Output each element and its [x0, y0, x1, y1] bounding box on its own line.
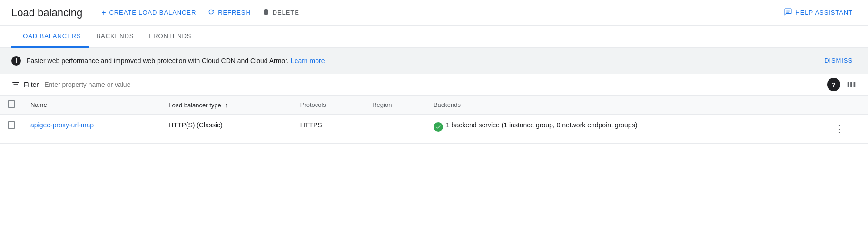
page-title: Load balancing: [11, 7, 82, 19]
sort-arrow-icon: ↑: [225, 101, 228, 109]
header-region: Region: [365, 96, 426, 115]
header-checkbox-col: [0, 96, 23, 115]
dismiss-button[interactable]: DISMISS: [820, 54, 857, 67]
tab-frontends[interactable]: FRONTENDS: [141, 26, 199, 48]
tabs-bar: LOAD BALANCERS BACKENDS FRONTENDS: [0, 26, 868, 48]
backend-status: 1 backend service (1 instance group, 0 n…: [434, 121, 803, 132]
header-type[interactable]: Load balancer type ↑: [161, 96, 292, 115]
help-assistant-button[interactable]: HELP ASSISTANT: [780, 5, 857, 20]
select-all-checkbox[interactable]: [8, 100, 15, 108]
info-icon: i: [11, 56, 21, 66]
tab-load-balancers[interactable]: LOAD BALANCERS: [11, 26, 89, 48]
table-container: Name Load balancer type ↑ Protocols Regi…: [0, 96, 868, 144]
learn-more-link[interactable]: Learn more: [291, 57, 325, 65]
backend-status-icon: [434, 122, 443, 132]
filter-bar: Filter ?: [0, 74, 868, 96]
row-more-button[interactable]: ⋮: [819, 121, 860, 136]
delete-icon: [262, 8, 270, 17]
help-assistant-icon: [784, 8, 792, 18]
filter-icon: [11, 80, 20, 90]
delete-button[interactable]: DELETE: [258, 5, 303, 20]
tab-backends[interactable]: BACKENDS: [89, 26, 142, 48]
header-actions: + CREATE LOAD BALANCER REFRESH DELETE: [98, 5, 303, 20]
create-load-balancer-button[interactable]: + CREATE LOAD BALANCER: [98, 6, 200, 20]
filter-input[interactable]: [42, 78, 823, 91]
row-checkbox-cell: [0, 115, 23, 144]
header-protocols: Protocols: [293, 96, 365, 115]
header-backends: Backends: [426, 96, 811, 115]
refresh-button[interactable]: REFRESH: [204, 5, 255, 20]
row-more-actions-cell: ⋮: [811, 115, 868, 144]
row-type-cell: HTTP(S) (Classic): [161, 115, 292, 144]
plus-icon: +: [101, 9, 106, 17]
row-name-cell: apigee-proxy-url-map: [23, 115, 161, 144]
load-balancers-table: Name Load balancer type ↑ Protocols Regi…: [0, 96, 868, 144]
row-backends-cell: 1 backend service (1 instance group, 0 n…: [426, 115, 811, 144]
refresh-icon: [207, 8, 215, 17]
header-name: Name: [23, 96, 161, 115]
columns-toggle-icon[interactable]: [846, 79, 857, 90]
header-actions-col: [811, 96, 868, 115]
load-balancer-name-link[interactable]: apigee-proxy-url-map: [30, 121, 94, 129]
row-checkbox[interactable]: [8, 121, 15, 129]
filter-icon-wrapper: Filter: [11, 80, 39, 90]
filter-actions: ?: [827, 78, 857, 91]
table-row: apigee-proxy-url-map HTTP(S) (Classic) H…: [0, 115, 868, 144]
row-protocols-cell: HTTPS: [293, 115, 365, 144]
info-banner: i Faster web performance and improved we…: [0, 48, 868, 74]
page-header: Load balancing + CREATE LOAD BALANCER RE…: [0, 0, 868, 26]
filter-label: Filter: [24, 81, 39, 88]
info-text: Faster web performance and improved web …: [27, 57, 815, 65]
table-header-row: Name Load balancer type ↑ Protocols Regi…: [0, 96, 868, 115]
row-region-cell: [365, 115, 426, 144]
help-icon[interactable]: ?: [827, 78, 840, 91]
